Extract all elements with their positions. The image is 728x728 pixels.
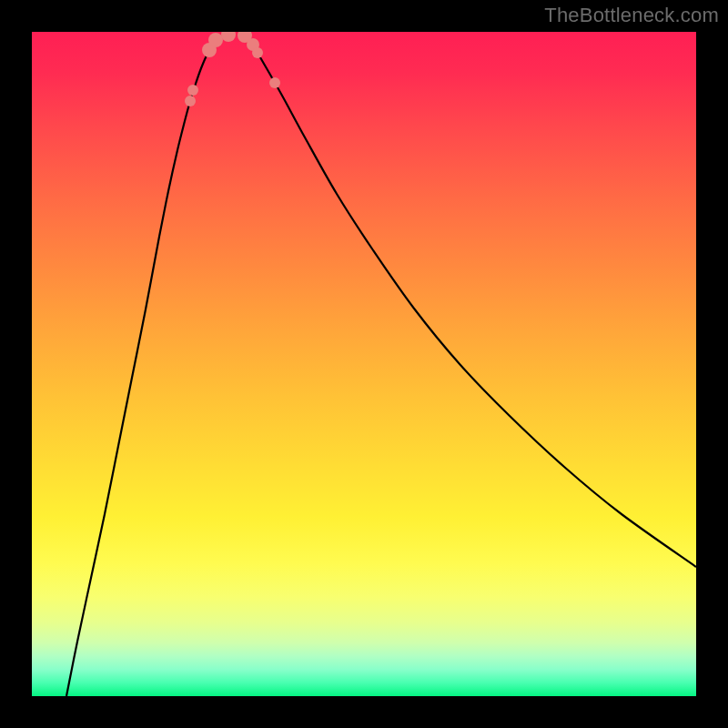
marker-dot xyxy=(252,47,263,58)
marker-dot xyxy=(187,85,198,96)
curve-left-branch xyxy=(66,35,219,696)
marker-dot xyxy=(221,32,236,42)
marker-dot xyxy=(208,33,223,47)
watermark-text: TheBottleneck.com xyxy=(544,4,719,27)
marker-dot xyxy=(185,96,196,106)
plot-area xyxy=(32,32,696,696)
marker-dot xyxy=(269,77,280,88)
curve-layer xyxy=(32,32,696,696)
chart-frame: TheBottleneck.com xyxy=(0,0,728,728)
curve-right-branch xyxy=(245,35,696,567)
